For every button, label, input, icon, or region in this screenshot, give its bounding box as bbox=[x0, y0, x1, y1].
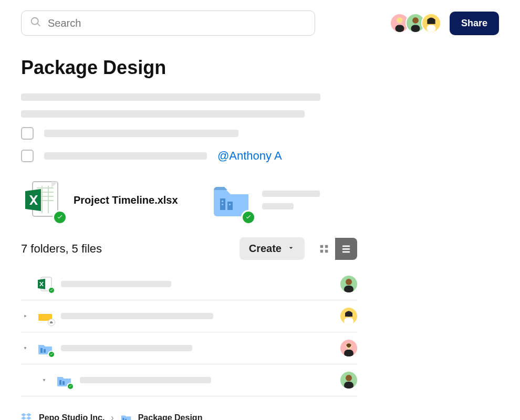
svg-rect-41 bbox=[344, 382, 353, 388]
checkbox[interactable] bbox=[21, 127, 34, 140]
svg-rect-42 bbox=[122, 418, 124, 420]
list-item[interactable] bbox=[21, 300, 357, 332]
svg-point-40 bbox=[346, 375, 352, 381]
svg-rect-21 bbox=[320, 249, 324, 253]
user-mention[interactable]: @Anthony A bbox=[217, 149, 282, 163]
breadcrumb-current[interactable]: Package Design bbox=[138, 413, 203, 420]
svg-rect-33 bbox=[344, 318, 353, 324]
file-attachment[interactable]: Project Timeline.xlsx bbox=[21, 178, 178, 222]
svg-rect-18 bbox=[229, 204, 231, 205]
excel-file-icon bbox=[37, 276, 54, 292]
folder-icon bbox=[56, 372, 72, 388]
avatar[interactable] bbox=[340, 308, 357, 324]
svg-rect-34 bbox=[40, 348, 43, 353]
folder-summary-bar: 7 folders, 5 files Create bbox=[21, 237, 357, 260]
attachments: Project Timeline.xlsx bbox=[21, 178, 499, 222]
folder-icon bbox=[120, 412, 132, 420]
svg-rect-16 bbox=[222, 201, 223, 202]
svg-rect-25 bbox=[342, 251, 350, 253]
list-view-button[interactable] bbox=[335, 238, 357, 260]
svg-rect-22 bbox=[325, 249, 328, 253]
sync-check-icon bbox=[53, 210, 67, 225]
svg-rect-35 bbox=[44, 349, 46, 353]
svg-rect-15 bbox=[227, 202, 233, 210]
breadcrumb-root[interactable]: Pepo Studio Inc. bbox=[39, 413, 105, 420]
sync-check-icon bbox=[48, 351, 55, 358]
svg-rect-20 bbox=[325, 245, 328, 248]
sync-check-icon bbox=[67, 383, 74, 390]
share-button[interactable]: Share bbox=[450, 12, 499, 35]
create-button[interactable]: Create bbox=[240, 237, 305, 260]
avatar[interactable] bbox=[421, 13, 441, 33]
slides-file-icon bbox=[37, 308, 54, 324]
file-name: Project Timeline.xlsx bbox=[74, 194, 178, 206]
search-box[interactable] bbox=[21, 10, 315, 36]
cloud-sync-icon bbox=[48, 319, 55, 326]
svg-rect-1 bbox=[395, 25, 404, 32]
svg-point-28 bbox=[346, 279, 352, 285]
collaborator-avatars[interactable] bbox=[390, 13, 441, 33]
excel-file-icon bbox=[21, 178, 64, 222]
search-icon bbox=[30, 16, 41, 30]
sync-check-icon bbox=[241, 210, 256, 225]
file-list bbox=[21, 268, 357, 396]
svg-rect-3 bbox=[411, 25, 420, 32]
svg-rect-39 bbox=[63, 381, 65, 385]
breadcrumb: Pepo Studio Inc. › Package Design bbox=[21, 412, 499, 420]
collapse-caret-icon[interactable] bbox=[40, 377, 48, 383]
svg-rect-37 bbox=[344, 350, 353, 356]
folder-count-text: 7 folders, 5 files bbox=[21, 242, 240, 256]
list-item[interactable] bbox=[21, 332, 357, 364]
svg-rect-5 bbox=[427, 25, 435, 32]
collapse-caret-icon[interactable] bbox=[21, 345, 29, 351]
list-item[interactable] bbox=[21, 364, 357, 396]
chevron-down-icon bbox=[287, 243, 295, 255]
list-item[interactable] bbox=[21, 268, 357, 300]
svg-point-2 bbox=[412, 17, 419, 24]
search-input[interactable] bbox=[48, 17, 306, 29]
folder-icon bbox=[37, 340, 54, 356]
avatar[interactable] bbox=[340, 276, 357, 292]
svg-rect-17 bbox=[222, 204, 223, 205]
svg-rect-23 bbox=[342, 245, 350, 247]
sync-check-icon bbox=[48, 287, 55, 294]
document-body: @Anthony A bbox=[21, 93, 499, 163]
svg-rect-29 bbox=[344, 286, 353, 292]
breadcrumb-separator: › bbox=[111, 413, 113, 420]
svg-rect-31 bbox=[38, 311, 52, 314]
view-toggle bbox=[313, 238, 357, 260]
avatar[interactable] bbox=[340, 340, 357, 356]
header: Share bbox=[21, 10, 499, 36]
svg-rect-24 bbox=[342, 248, 350, 250]
page-title: Package Design bbox=[21, 57, 499, 79]
checkbox[interactable] bbox=[21, 150, 34, 162]
folder-attachment[interactable] bbox=[210, 178, 320, 222]
expand-caret-icon[interactable] bbox=[21, 313, 29, 319]
svg-rect-38 bbox=[59, 380, 61, 385]
svg-rect-19 bbox=[320, 245, 324, 248]
grid-view-button[interactable] bbox=[313, 238, 335, 260]
avatar[interactable] bbox=[340, 372, 357, 388]
dropbox-icon bbox=[21, 412, 33, 420]
folder-icon bbox=[210, 178, 253, 222]
